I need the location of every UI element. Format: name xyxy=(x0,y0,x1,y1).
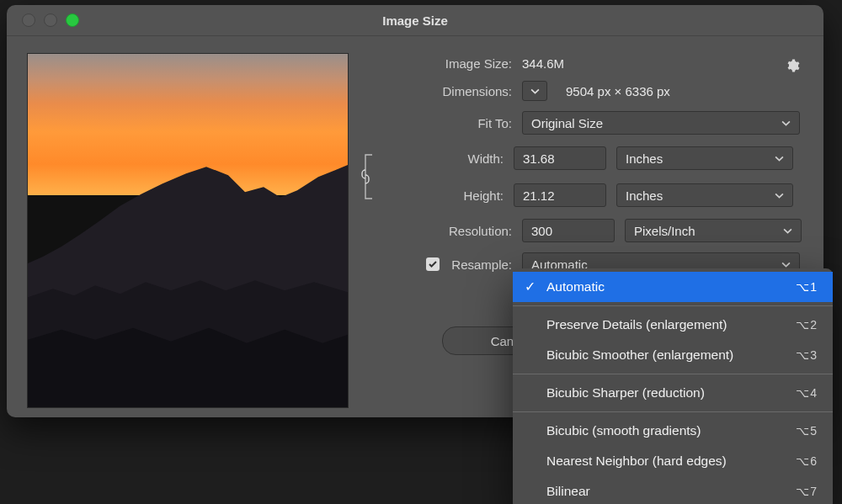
resample-option[interactable]: Bicubic (smooth gradients)⌥5 xyxy=(513,416,833,446)
dimensions-value: 9504 px × 6336 px xyxy=(566,84,670,98)
menu-divider xyxy=(513,411,833,412)
resample-option[interactable]: Bilinear⌥7 xyxy=(513,476,833,504)
resample-label: Resample: xyxy=(451,257,512,272)
resolution-label: Resolution: xyxy=(369,224,512,238)
height-unit-value: Inches xyxy=(626,188,663,203)
resolution-unit-select[interactable]: Pixels/Inch xyxy=(625,219,802,242)
menu-divider xyxy=(513,305,833,306)
resample-option-label: Bicubic Smoother (enlargement) xyxy=(546,347,733,363)
image-size-label: Image Size: xyxy=(369,56,512,71)
width-unit-value: Inches xyxy=(626,151,663,166)
width-input[interactable]: 31.68 xyxy=(514,146,606,170)
resample-option[interactable]: Nearest Neighbor (hard edges)⌥6 xyxy=(513,446,833,476)
chevron-down-icon xyxy=(781,116,791,130)
resample-checkbox[interactable] xyxy=(426,257,440,271)
chevron-down-icon xyxy=(783,224,792,238)
resample-option-label: Preserve Details (enlargement) xyxy=(546,317,727,332)
chevron-down-icon xyxy=(775,188,784,203)
resample-dropdown-menu: ✓Automatic⌥1Preserve Details (enlargemen… xyxy=(513,268,833,504)
chevron-down-icon xyxy=(775,151,784,166)
width-label: Width: xyxy=(384,151,504,166)
image-size-value: 344.6M xyxy=(522,56,564,71)
resample-option[interactable]: Bicubic Smoother (enlargement)⌥3 xyxy=(513,340,833,370)
dimensions-unit-button[interactable] xyxy=(522,81,547,101)
height-label: Height: xyxy=(384,188,504,203)
resample-option-shortcut: ⌥1 xyxy=(796,280,818,294)
resample-option[interactable]: ✓Automatic⌥1 xyxy=(513,272,833,302)
link-dimensions-icon[interactable] xyxy=(355,145,381,209)
fit-to-select[interactable]: Original Size xyxy=(522,111,800,135)
resample-option[interactable]: Preserve Details (enlargement)⌥2 xyxy=(513,310,833,340)
resample-option-shortcut: ⌥4 xyxy=(796,386,818,400)
resolution-input[interactable]: 300 xyxy=(522,219,615,242)
image-preview xyxy=(27,53,349,408)
menu-divider xyxy=(513,374,833,374)
dialog-title: Image Size xyxy=(7,13,823,28)
resample-option[interactable]: Bicubic Sharper (reduction)⌥4 xyxy=(513,378,833,408)
resample-option-shortcut: ⌥7 xyxy=(796,485,818,498)
resample-option-label: Nearest Neighbor (hard edges) xyxy=(546,454,727,469)
height-input[interactable]: 21.12 xyxy=(514,183,606,207)
fit-to-value: Original Size xyxy=(531,116,603,130)
resample-option-label: Bicubic Sharper (reduction) xyxy=(546,385,705,401)
height-value: 21.12 xyxy=(523,188,555,203)
resample-option-shortcut: ⌥3 xyxy=(796,348,818,362)
titlebar: Image Size xyxy=(7,5,823,36)
resample-option-shortcut: ⌥5 xyxy=(796,424,818,438)
width-value: 31.68 xyxy=(523,151,555,166)
resample-option-shortcut: ⌥6 xyxy=(796,454,818,468)
resolution-unit-value: Pixels/Inch xyxy=(634,224,695,238)
resolution-value: 300 xyxy=(531,224,552,238)
height-unit-select[interactable]: Inches xyxy=(616,183,793,207)
gear-icon[interactable] xyxy=(785,58,800,76)
width-unit-select[interactable]: Inches xyxy=(616,146,793,170)
resample-option-shortcut: ⌥2 xyxy=(796,318,818,332)
dimensions-label: Dimensions: xyxy=(369,84,512,98)
fit-to-label: Fit To: xyxy=(369,116,512,130)
resample-option-label: Automatic xyxy=(546,279,605,294)
chevron-down-icon xyxy=(530,84,540,98)
check-icon: ✓ xyxy=(525,279,536,294)
resample-option-label: Bilinear xyxy=(546,484,590,499)
resample-option-label: Bicubic (smooth gradients) xyxy=(546,423,701,438)
